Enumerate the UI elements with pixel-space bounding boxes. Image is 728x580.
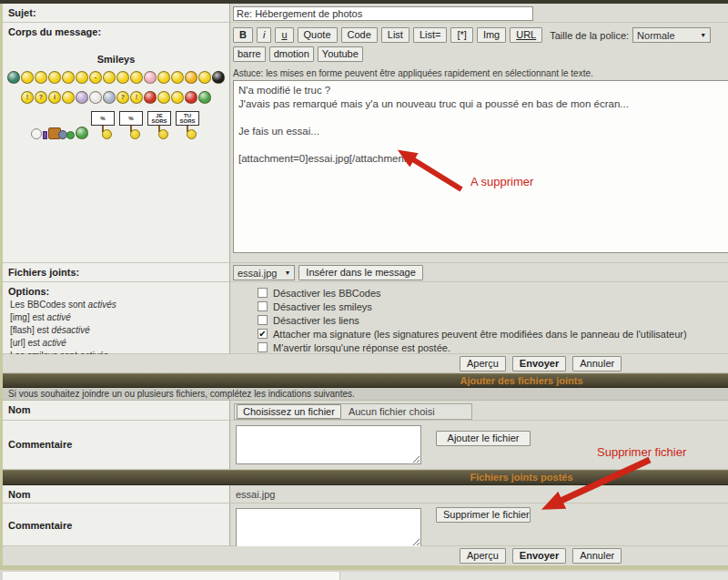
checkbox-label[interactable]: Attacher ma signature (les signatures pe… (273, 329, 687, 340)
option-checkbox-row: ✔Attacher ma signature (les signatures p… (258, 327, 728, 341)
cancel-button[interactable]: Annuler (572, 356, 622, 371)
sign-holder-smiley (130, 129, 140, 139)
checkbox-icon[interactable] (258, 342, 268, 352)
checkbox-icon[interactable] (258, 315, 268, 325)
bbcode-code-button[interactable]: Code (341, 27, 378, 43)
sign-holder-smiley (158, 129, 168, 139)
bbcode-list-button[interactable]: List (381, 27, 410, 43)
add-comment-row: Commentaire Ajouter le fichier (3, 421, 728, 470)
smiley-surprised-icon[interactable] (62, 71, 75, 84)
bbcode-b-button[interactable]: B (233, 27, 253, 43)
smiley-king-icon[interactable] (144, 91, 157, 104)
options-checkbox-list: Désactiver les BBCodesDésactiver les smi… (230, 282, 728, 354)
file-name-label-cell: Nom (3, 401, 230, 421)
bottom-border-strip (0, 565, 728, 570)
posted-comment-textarea[interactable] (236, 508, 421, 547)
sign-text: JE SORS (147, 111, 171, 126)
chevron-down-icon: ▼ (700, 32, 706, 38)
add-file-button[interactable]: Ajouter le fichier (436, 431, 531, 446)
smiley-sign-percent-2-icon[interactable]: % (117, 111, 145, 139)
checkbox-label[interactable]: Désactiver les smileys (273, 301, 372, 312)
bbcode--button[interactable]: [*] (450, 27, 472, 43)
attachment-select[interactable]: essai.jpg ▼ (233, 265, 295, 280)
smiley-smile-icon[interactable] (48, 71, 61, 84)
smiley-column-icon[interactable] (89, 91, 102, 104)
smiley-mad-icon[interactable] (185, 71, 197, 84)
bbcode-youtube-button[interactable]: Youtube (318, 46, 363, 62)
smiley-bee-icon[interactable] (171, 91, 184, 104)
smiley-drink-icon[interactable] (76, 91, 88, 104)
smiley-rofl-icon[interactable] (157, 91, 170, 104)
attachments-label: Fichiers joints: (3, 263, 229, 281)
smiley-idea-icon[interactable]: i (48, 91, 61, 104)
insert-in-message-button[interactable]: Insérer dans le message (298, 265, 422, 280)
checkbox-checked-icon[interactable]: ✔ (258, 329, 268, 339)
subject-label: Sujet: (3, 4, 229, 22)
message-body-label: Corps du message: (3, 23, 229, 41)
smiley-cry-icon[interactable] (198, 71, 211, 84)
checkbox-label[interactable]: M'avertir lorsqu'une réponse est postée. (273, 342, 450, 353)
smiley-baby-icon[interactable] (31, 128, 47, 139)
preview-button-bottom[interactable]: Aperçu (460, 548, 506, 564)
add-comment-textarea[interactable] (236, 425, 421, 464)
sign-text: % (119, 111, 143, 126)
trash-green-smiley (66, 131, 75, 139)
bbcode-dmotion-button[interactable]: dmotion (269, 46, 314, 62)
preview-button[interactable]: Aperçu (460, 356, 506, 371)
smiley-sign-je-sors-icon[interactable]: JE SORS (146, 111, 173, 139)
sign-holder-smiley (102, 129, 112, 139)
smiley-lightbulb-icon[interactable]: ! (130, 91, 143, 104)
bbcode-quote-button[interactable]: Quote (298, 27, 338, 43)
smiley-green-ball-icon[interactable] (76, 127, 88, 139)
smiley-sad-icon[interactable] (157, 71, 170, 84)
message-textarea[interactable]: N'a modifié le truc ? J'avais pas remarq… (233, 80, 728, 253)
bbcode-i-button[interactable]: i (257, 27, 271, 43)
submit-button[interactable]: Envoyer (512, 356, 566, 371)
message-editor-cell: BiuQuoteCodeListList=[*]ImgURLTaille de … (230, 23, 728, 263)
smiley-exclaim-icon[interactable]: ! (21, 91, 34, 104)
bbcode-barre-button[interactable]: barre (233, 46, 266, 62)
font-size-select[interactable]: Normale▼ (632, 27, 711, 43)
option-checkbox-row: Désactiver les smileys (258, 300, 728, 313)
smiley-grin-icon[interactable] (21, 71, 34, 84)
delete-file-button[interactable]: Supprimer le fichier (436, 507, 531, 523)
smiley-arrow-icon[interactable] (212, 71, 225, 84)
bbcode-url-button[interactable]: URL (510, 27, 542, 43)
file-name-row: Nom Choisissez un fichier Aucun fichier … (3, 401, 728, 421)
smiley-sign-tu-sors-icon[interactable]: TU SORS (174, 111, 201, 139)
chevron-down-icon: ▼ (284, 270, 290, 276)
attachment-select-value: essai.jpg (238, 268, 277, 279)
bbcode-img-button[interactable]: Img (477, 27, 506, 43)
smiley-geek-icon[interactable] (7, 71, 20, 84)
bbcode-u-button[interactable]: u (275, 27, 293, 43)
smiley-sign-percent-1-icon[interactable]: % (89, 111, 116, 139)
sign-holder-smiley (187, 129, 197, 139)
bbcode-list-button[interactable]: List= (413, 27, 448, 43)
checkbox-icon[interactable] (258, 301, 268, 311)
smiley-wink-icon[interactable] (116, 71, 129, 84)
subject-input[interactable] (233, 6, 533, 21)
checkbox-icon[interactable] (258, 288, 268, 298)
smiley-zen-icon[interactable] (103, 91, 116, 104)
smiley-neutral-icon[interactable] (76, 71, 88, 84)
file-input[interactable]: Choisissez un fichier Aucun fichier choi… (234, 403, 472, 420)
smiley-trash-icon[interactable] (48, 127, 75, 139)
smiley-scratch-icon[interactable]: ? (116, 91, 129, 104)
smiley-redface-icon[interactable] (144, 71, 157, 84)
smiley-happy-icon[interactable] (35, 71, 47, 84)
smiley-evil-icon[interactable] (171, 71, 184, 84)
smiley-question-icon[interactable]: ? (35, 91, 47, 104)
smiley-megaphone-icon[interactable] (198, 91, 211, 104)
smiley-lol-icon[interactable] (103, 71, 116, 84)
submit-button-bottom[interactable]: Envoyer (512, 548, 566, 564)
file-name-label: Nom (3, 401, 229, 419)
smiley-angry-red-icon[interactable] (185, 91, 197, 104)
posted-name-value-cell: essai.jpg (230, 485, 728, 504)
checkbox-label[interactable]: Désactiver les BBCodes (273, 288, 381, 299)
smiley-cool-icon[interactable]: - (89, 71, 102, 84)
smiley-laugh-icon[interactable] (62, 91, 75, 104)
cancel-button-bottom[interactable]: Annuler (572, 548, 622, 564)
choose-file-button[interactable]: Choisissez un fichier (237, 404, 341, 419)
checkbox-label[interactable]: Désactiver les liens (273, 315, 359, 326)
smiley-razz-icon[interactable] (130, 71, 143, 84)
